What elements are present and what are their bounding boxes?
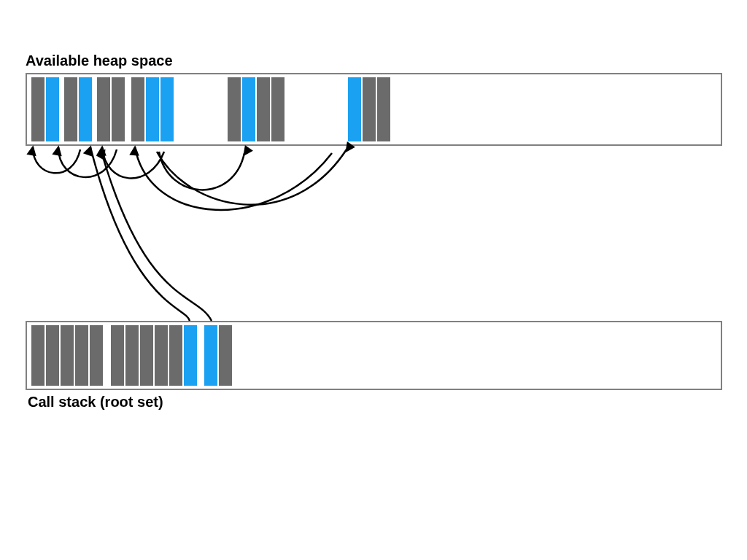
heap-block	[131, 77, 144, 141]
reference-arrow	[159, 152, 244, 190]
heap-block	[146, 77, 159, 141]
stack-block	[204, 325, 217, 386]
reference-arrow	[33, 147, 80, 173]
stack-block	[169, 325, 182, 386]
heap-block	[97, 77, 110, 141]
heap-block	[31, 77, 44, 141]
stack-block	[31, 325, 44, 386]
heap-block	[257, 77, 270, 141]
arrowhead-icon	[98, 147, 105, 155]
stack-region	[26, 321, 722, 390]
stack-block	[90, 325, 103, 386]
stack-block	[140, 325, 153, 386]
arrowhead-icon	[85, 147, 91, 155]
reference-arrow	[135, 147, 332, 210]
heap-region	[26, 73, 722, 146]
arrowhead-icon	[98, 151, 104, 159]
arrowhead-icon	[244, 147, 252, 155]
stack-block	[75, 325, 88, 386]
stack-block	[125, 325, 139, 386]
stack-block	[111, 325, 124, 386]
stack-block	[184, 325, 197, 386]
stack-block	[46, 325, 59, 386]
heap-block	[46, 77, 59, 141]
reference-arrow	[90, 147, 190, 321]
stack-block	[219, 325, 232, 386]
stack-block	[61, 325, 74, 386]
stack-block	[155, 325, 168, 386]
reference-arrow	[101, 149, 212, 321]
arrowhead-icon	[131, 147, 138, 155]
heap-block	[160, 77, 174, 141]
heap-block	[348, 77, 361, 141]
heap-label: Available heap space	[26, 52, 173, 69]
heap-block	[363, 77, 376, 141]
reference-arrow	[157, 149, 347, 205]
arrowhead-icon	[28, 147, 35, 155]
heap-block	[64, 77, 77, 141]
heap-block	[79, 77, 92, 141]
reference-arrow	[58, 147, 117, 177]
stack-label: Call stack (root set)	[28, 394, 163, 411]
heap-block	[112, 77, 125, 141]
arrowhead-icon	[54, 147, 61, 155]
heap-block	[377, 77, 390, 141]
heap-block	[242, 77, 255, 141]
heap-block	[228, 77, 241, 141]
heap-block	[271, 77, 285, 141]
reference-arrow	[102, 147, 164, 178]
